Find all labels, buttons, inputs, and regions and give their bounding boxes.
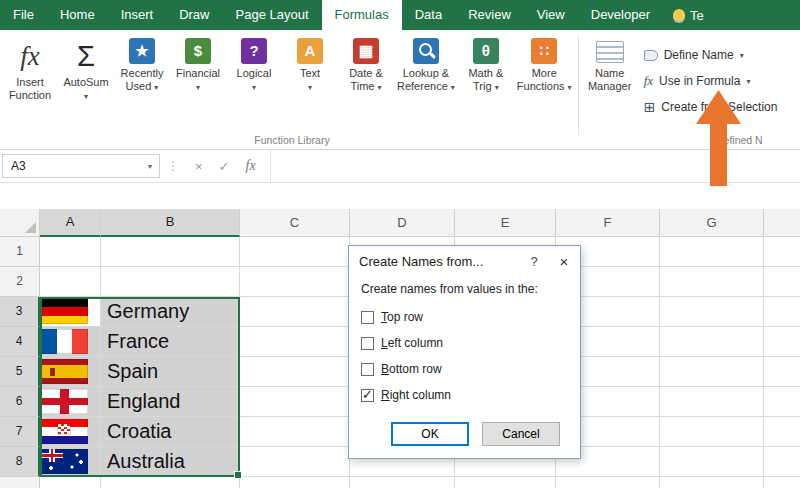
- tab-data[interactable]: Data: [402, 0, 455, 30]
- tab-formulas[interactable]: Formulas: [322, 0, 402, 30]
- cell-C9[interactable]: [240, 477, 350, 488]
- checkbox-right-column[interactable]: Right column: [361, 382, 568, 408]
- cell-B3[interactable]: Germany: [101, 297, 240, 327]
- cell-G9[interactable]: [660, 477, 764, 488]
- cell-B6[interactable]: England: [101, 387, 240, 417]
- tab-review[interactable]: Review: [455, 0, 524, 30]
- tell-me[interactable]: Te: [663, 0, 714, 30]
- insert-function-button[interactable]: fx Insert Function: [2, 34, 58, 102]
- cell-F9[interactable]: [556, 477, 660, 488]
- autosum-button[interactable]: Σ AutoSum ▾: [58, 34, 114, 103]
- column-header-e[interactable]: E: [455, 209, 556, 237]
- date-time-button[interactable]: ▦ Date & Time ▾: [338, 34, 394, 94]
- checkbox-icon[interactable]: [361, 311, 374, 324]
- checkbox-icon[interactable]: [361, 337, 374, 350]
- lookup-reference-button[interactable]: Lookup & Reference ▾: [394, 34, 458, 94]
- row-header-1[interactable]: 1: [0, 237, 40, 267]
- cell-G8[interactable]: [660, 447, 764, 477]
- column-header-g[interactable]: G: [660, 209, 764, 237]
- cell-C5[interactable]: [240, 357, 350, 387]
- cell-E9[interactable]: [455, 477, 556, 488]
- cell-B2[interactable]: [101, 267, 240, 297]
- cell-G7[interactable]: [660, 417, 764, 447]
- column-header-a[interactable]: A: [40, 209, 101, 237]
- cell-H2[interactable]: [764, 267, 800, 297]
- checkbox-icon[interactable]: [361, 389, 374, 402]
- column-header-d[interactable]: D: [350, 209, 455, 237]
- cell-G6[interactable]: [660, 387, 764, 417]
- checkbox-bottom-row[interactable]: Bottom row: [361, 356, 568, 382]
- tab-file[interactable]: File: [0, 0, 47, 30]
- row-header-2[interactable]: 2: [0, 267, 40, 297]
- checkbox-icon[interactable]: [361, 363, 374, 376]
- ok-button[interactable]: OK: [391, 422, 469, 446]
- name-box[interactable]: A3 ▾: [2, 154, 160, 178]
- dialog-title-bar[interactable]: Create Names from... ? ×: [349, 246, 580, 276]
- more-functions-button[interactable]: ∷ More Functions ▾: [514, 34, 575, 94]
- select-all-corner[interactable]: [0, 209, 40, 237]
- cell-H9[interactable]: [764, 477, 800, 488]
- row-header-4[interactable]: 4: [0, 327, 40, 357]
- formula-bar-handle[interactable]: ⋮: [160, 159, 187, 173]
- cell-H8[interactable]: [764, 447, 800, 477]
- cell-A7[interactable]: [40, 417, 101, 447]
- cell-A3[interactable]: [40, 297, 101, 327]
- cell-C3[interactable]: [240, 297, 350, 327]
- cell-G2[interactable]: [660, 267, 764, 297]
- cell-H4[interactable]: [764, 327, 800, 357]
- column-header-partial[interactable]: [764, 209, 800, 237]
- cell-G5[interactable]: [660, 357, 764, 387]
- cell-A9[interactable]: [40, 477, 101, 488]
- cell-C1[interactable]: [240, 237, 350, 267]
- cell-A1[interactable]: [40, 237, 101, 267]
- cell-C4[interactable]: [240, 327, 350, 357]
- enter-icon[interactable]: ✓: [211, 159, 238, 174]
- cell-H3[interactable]: [764, 297, 800, 327]
- row-header-9[interactable]: [0, 477, 40, 488]
- row-header-5[interactable]: 5: [0, 357, 40, 387]
- tab-draw[interactable]: Draw: [166, 0, 222, 30]
- help-icon[interactable]: ?: [520, 254, 548, 269]
- math-trig-button[interactable]: θ Math & Trig ▾: [458, 34, 514, 94]
- close-icon[interactable]: ×: [548, 253, 580, 270]
- cell-D9[interactable]: [350, 477, 455, 488]
- tab-insert[interactable]: Insert: [108, 0, 167, 30]
- tab-developer[interactable]: Developer: [578, 0, 663, 30]
- cell-A8[interactable]: [40, 447, 101, 477]
- cell-B7[interactable]: Croatia: [101, 417, 240, 447]
- cell-H1[interactable]: [764, 237, 800, 267]
- cell-B8[interactable]: Australia: [101, 447, 240, 477]
- cell-H7[interactable]: [764, 417, 800, 447]
- row-header-6[interactable]: 6: [0, 387, 40, 417]
- tab-view[interactable]: View: [524, 0, 578, 30]
- logical-button[interactable]: ? Logical ▾: [226, 34, 282, 94]
- cell-G4[interactable]: [660, 327, 764, 357]
- insert-function-icon[interactable]: fx: [238, 158, 264, 174]
- cell-C8[interactable]: [240, 447, 350, 477]
- checkbox-top-row[interactable]: Top row: [361, 304, 568, 330]
- cell-C6[interactable]: [240, 387, 350, 417]
- cell-A6[interactable]: [40, 387, 101, 417]
- row-header-7[interactable]: 7: [0, 417, 40, 447]
- column-header-c[interactable]: C: [240, 209, 350, 237]
- name-manager-button[interactable]: Name Manager: [582, 34, 638, 93]
- recently-used-button[interactable]: ★ Recently Used ▾: [114, 34, 170, 94]
- row-header-8[interactable]: 8: [0, 447, 40, 477]
- cell-B5[interactable]: Spain: [101, 357, 240, 387]
- cell-A2[interactable]: [40, 267, 101, 297]
- cancel-icon[interactable]: ×: [187, 159, 211, 174]
- text-button[interactable]: A Text ▾: [282, 34, 338, 94]
- checkbox-left-column[interactable]: Left column: [361, 330, 568, 356]
- tab-home[interactable]: Home: [47, 0, 108, 30]
- cell-G3[interactable]: [660, 297, 764, 327]
- tab-page-layout[interactable]: Page Layout: [223, 0, 322, 30]
- cell-C2[interactable]: [240, 267, 350, 297]
- row-header-3[interactable]: 3: [0, 297, 40, 327]
- column-header-f[interactable]: F: [556, 209, 660, 237]
- column-header-b[interactable]: B: [101, 209, 240, 237]
- chevron-down-icon[interactable]: ▾: [141, 162, 159, 171]
- cell-H6[interactable]: [764, 387, 800, 417]
- cell-C7[interactable]: [240, 417, 350, 447]
- cancel-button[interactable]: Cancel: [482, 422, 560, 446]
- cell-A4[interactable]: [40, 327, 101, 357]
